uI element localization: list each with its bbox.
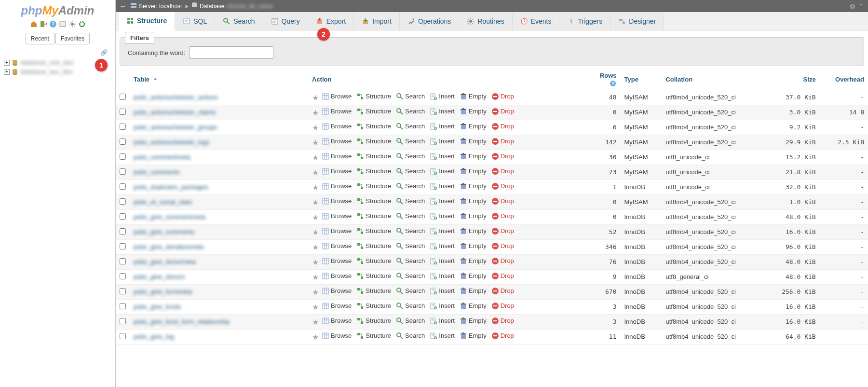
browse-action[interactable]: Browse <box>322 93 352 100</box>
table-name-link[interactable]: pobc_give_comments <box>134 228 194 235</box>
search-action[interactable]: Search <box>396 138 425 145</box>
favorite-star-icon[interactable]: ★ <box>312 258 319 266</box>
table-name-link[interactable]: pobc_give_donationmeta <box>134 243 203 250</box>
row-checkbox[interactable] <box>120 288 126 294</box>
favorite-star-icon[interactable]: ★ <box>312 273 319 281</box>
table-name-link[interactable]: pobc_give_donors <box>134 273 185 280</box>
browse-action[interactable]: Browse <box>322 197 352 205</box>
row-checkbox[interactable] <box>120 333 126 339</box>
search-action[interactable]: Search <box>396 197 425 205</box>
browse-action[interactable]: Browse <box>322 182 352 190</box>
search-action[interactable]: Search <box>396 108 425 115</box>
tab-triggers[interactable]: Triggers <box>559 12 610 30</box>
browse-action[interactable]: Browse <box>322 123 352 130</box>
structure-action[interactable]: Structure <box>356 167 391 175</box>
server-value[interactable]: localhost <box>159 3 182 10</box>
sql-icon[interactable] <box>59 20 67 28</box>
favorite-star-icon[interactable]: ★ <box>312 109 319 117</box>
empty-action[interactable]: Empty <box>460 182 487 190</box>
structure-action[interactable]: Structure <box>356 212 391 220</box>
structure-action[interactable]: Structure <box>356 138 391 145</box>
favorite-star-icon[interactable]: ★ <box>312 318 319 326</box>
favorite-star-icon[interactable]: ★ <box>312 94 319 102</box>
empty-action[interactable]: Empty <box>460 212 487 220</box>
refresh-icon[interactable] <box>78 20 86 28</box>
insert-action[interactable]: Insert <box>430 242 455 250</box>
structure-action[interactable]: Structure <box>356 123 391 130</box>
empty-action[interactable]: Empty <box>460 317 487 325</box>
search-action[interactable]: Search <box>396 123 425 130</box>
empty-action[interactable]: Empty <box>460 242 487 250</box>
browse-action[interactable]: Browse <box>322 167 352 175</box>
search-action[interactable]: Search <box>396 257 425 265</box>
favorite-star-icon[interactable]: ★ <box>312 153 319 162</box>
insert-action[interactable]: Insert <box>430 152 455 160</box>
structure-action[interactable]: Structure <box>356 257 391 265</box>
table-name-link[interactable]: pobc_give_fund_form_relationship <box>134 318 230 325</box>
tab-events[interactable]: Events <box>513 12 560 30</box>
empty-action[interactable]: Empty <box>460 93 487 100</box>
drop-action[interactable]: Drop <box>491 93 514 100</box>
search-action[interactable]: Search <box>396 93 425 100</box>
drop-action[interactable]: Drop <box>491 227 514 235</box>
structure-action[interactable]: Structure <box>356 272 391 280</box>
insert-action[interactable]: Insert <box>430 227 455 235</box>
col-overhead[interactable]: Overhead <box>820 69 868 90</box>
drop-action[interactable]: Drop <box>491 138 514 145</box>
insert-action[interactable]: Insert <box>430 167 455 175</box>
table-name-link[interactable]: pobc_actionscheduler_groups <box>134 124 217 131</box>
tab-routines[interactable]: Routines <box>459 12 512 30</box>
search-action[interactable]: Search <box>396 167 425 175</box>
row-checkbox[interactable] <box>120 183 126 190</box>
empty-action[interactable]: Empty <box>460 197 487 205</box>
insert-action[interactable]: Insert <box>430 302 455 310</box>
empty-action[interactable]: Empty <box>460 257 487 265</box>
col-collation[interactable]: Collation <box>662 69 764 90</box>
containing-input[interactable] <box>189 46 273 59</box>
tab-structure[interactable]: Structure <box>119 12 175 30</box>
browse-action[interactable]: Browse <box>322 242 352 250</box>
drop-action[interactable]: Drop <box>491 212 514 220</box>
insert-action[interactable]: Insert <box>430 317 455 325</box>
search-action[interactable]: Search <box>396 332 425 340</box>
logout-icon[interactable] <box>40 20 47 28</box>
table-name-link[interactable]: pobc_et_social_stats <box>134 198 192 206</box>
collapse-icon[interactable]: ⌃ <box>858 2 864 10</box>
favorite-star-icon[interactable]: ★ <box>312 183 319 192</box>
tab-export[interactable]: Export <box>308 12 354 30</box>
favorite-star-icon[interactable]: ★ <box>312 168 319 177</box>
row-checkbox[interactable] <box>120 94 126 100</box>
insert-action[interactable]: Insert <box>430 123 455 130</box>
table-name-link[interactable]: pobc_give_log <box>134 333 174 340</box>
search-action[interactable]: Search <box>396 152 425 160</box>
browse-action[interactable]: Browse <box>322 152 352 160</box>
favorite-star-icon[interactable]: ★ <box>312 333 319 341</box>
row-checkbox[interactable] <box>120 228 126 235</box>
insert-action[interactable]: Insert <box>430 272 455 280</box>
favorite-star-icon[interactable]: ★ <box>312 213 319 221</box>
browse-action[interactable]: Browse <box>322 317 352 325</box>
insert-action[interactable]: Insert <box>430 182 455 190</box>
favorite-star-icon[interactable]: ★ <box>312 303 319 311</box>
table-name-link[interactable]: pobc_duplicator_packages <box>134 183 208 191</box>
drop-action[interactable]: Drop <box>491 182 514 190</box>
empty-action[interactable]: Empty <box>460 108 487 115</box>
empty-action[interactable]: Empty <box>460 167 487 175</box>
row-checkbox[interactable] <box>120 318 126 324</box>
row-checkbox[interactable] <box>120 168 126 175</box>
structure-action[interactable]: Structure <box>356 152 391 160</box>
insert-action[interactable]: Insert <box>430 287 455 295</box>
browse-action[interactable]: Browse <box>322 212 352 220</box>
table-name-link[interactable]: pobc_actionscheduler_claims <box>134 109 216 116</box>
row-checkbox[interactable] <box>120 198 126 205</box>
browse-action[interactable]: Browse <box>322 302 352 310</box>
structure-action[interactable]: Structure <box>356 227 391 235</box>
tab-import[interactable]: Import <box>354 12 400 30</box>
structure-action[interactable]: Structure <box>356 182 391 190</box>
drop-action[interactable]: Drop <box>491 242 514 250</box>
drop-action[interactable]: Drop <box>491 197 514 205</box>
browse-action[interactable]: Browse <box>322 257 352 265</box>
favorite-star-icon[interactable]: ★ <box>312 124 319 132</box>
tree-item[interactable]: + database_two_blur <box>4 67 111 76</box>
row-checkbox[interactable] <box>120 153 126 160</box>
